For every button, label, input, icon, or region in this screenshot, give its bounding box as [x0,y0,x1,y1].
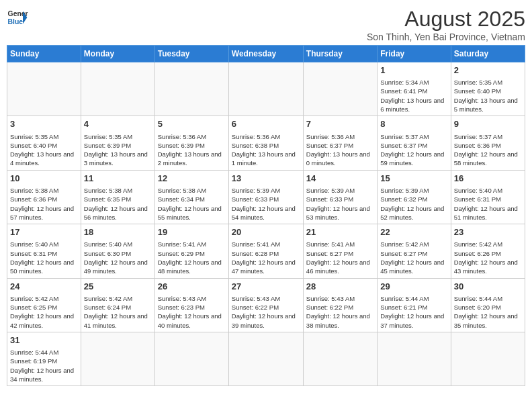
table-row: 3Sunrise: 5:35 AM Sunset: 6:40 PM Daylig… [7,116,81,170]
day-number: 4 [84,118,152,130]
day-header-tuesday: Tuesday [154,46,228,62]
day-info: Sunrise: 5:40 AM Sunset: 6:31 PM Dayligh… [10,240,78,275]
day-info: Sunrise: 5:39 AM Sunset: 6:33 PM Dayligh… [306,186,374,222]
table-row: 6Sunrise: 5:36 AM Sunset: 6:38 PM Daylig… [228,116,303,170]
day-number: 5 [158,118,226,130]
table-row [228,332,303,385]
day-info: Sunrise: 5:40 AM Sunset: 6:30 PM Dayligh… [84,240,152,275]
day-info: Sunrise: 5:37 AM Sunset: 6:36 PM Dayligh… [454,132,522,168]
table-row [228,62,303,116]
day-number: 12 [158,173,226,185]
header: General Blue August 2025 Son Thinh, Yen … [7,7,525,42]
day-info: Sunrise: 5:42 AM Sunset: 6:25 PM Dayligh… [10,294,78,330]
day-info: Sunrise: 5:35 AM Sunset: 6:40 PM Dayligh… [10,132,78,168]
day-number: 1 [380,64,447,77]
title-area: August 2025 Son Thinh, Yen Bai Province,… [367,7,525,42]
table-row: 20Sunrise: 5:41 AM Sunset: 6:28 PM Dayli… [228,224,303,278]
day-info: Sunrise: 5:35 AM Sunset: 6:39 PM Dayligh… [84,132,152,168]
table-row: 10Sunrise: 5:38 AM Sunset: 6:36 PM Dayli… [7,170,81,224]
day-number: 23 [454,226,522,238]
day-info: Sunrise: 5:34 AM Sunset: 6:41 PM Dayligh… [380,78,447,113]
day-number: 31 [10,334,78,347]
day-number: 3 [10,118,78,130]
day-info: Sunrise: 5:38 AM Sunset: 6:34 PM Dayligh… [158,186,226,222]
day-info: Sunrise: 5:38 AM Sunset: 6:36 PM Dayligh… [10,186,78,222]
svg-text:Blue: Blue [8,18,24,26]
table-row: 14Sunrise: 5:39 AM Sunset: 6:33 PM Dayli… [303,170,377,224]
day-number: 30 [454,281,522,293]
table-row [303,332,377,385]
day-number: 11 [84,173,152,185]
logo: General Blue [7,7,28,28]
table-row: 9Sunrise: 5:37 AM Sunset: 6:36 PM Daylig… [451,116,525,170]
calendar-title: August 2025 [367,7,525,32]
day-info: Sunrise: 5:36 AM Sunset: 6:37 PM Dayligh… [306,132,374,168]
day-number: 15 [380,173,447,185]
day-info: Sunrise: 5:43 AM Sunset: 6:23 PM Dayligh… [158,294,226,330]
day-header-thursday: Thursday [303,46,377,62]
table-row: 31Sunrise: 5:44 AM Sunset: 6:19 PM Dayli… [7,332,81,385]
calendar-table: SundayMondayTuesdayWednesdayThursdayFrid… [7,45,525,386]
table-row [154,62,228,116]
table-row: 25Sunrise: 5:42 AM Sunset: 6:24 PM Dayli… [81,278,154,332]
day-info: Sunrise: 5:36 AM Sunset: 6:39 PM Dayligh… [158,132,226,168]
day-info: Sunrise: 5:36 AM Sunset: 6:38 PM Dayligh… [232,132,300,168]
day-info: Sunrise: 5:39 AM Sunset: 6:33 PM Dayligh… [232,186,300,222]
table-row: 21Sunrise: 5:41 AM Sunset: 6:27 PM Dayli… [303,224,377,278]
day-info: Sunrise: 5:41 AM Sunset: 6:29 PM Dayligh… [158,240,226,275]
table-row: 17Sunrise: 5:40 AM Sunset: 6:31 PM Dayli… [7,224,81,278]
day-info: Sunrise: 5:35 AM Sunset: 6:40 PM Dayligh… [454,78,522,113]
table-row: 11Sunrise: 5:38 AM Sunset: 6:35 PM Dayli… [81,170,154,224]
day-number: 8 [380,118,447,130]
day-number: 24 [10,281,78,293]
day-header-saturday: Saturday [451,46,525,62]
table-row [7,62,81,116]
day-info: Sunrise: 5:38 AM Sunset: 6:35 PM Dayligh… [84,186,152,222]
calendar-subtitle: Son Thinh, Yen Bai Province, Vietnam [367,32,525,42]
day-number: 14 [306,173,374,185]
day-info: Sunrise: 5:39 AM Sunset: 6:32 PM Dayligh… [380,186,447,222]
table-row: 18Sunrise: 5:40 AM Sunset: 6:30 PM Dayli… [81,224,154,278]
day-number: 9 [454,118,522,130]
day-number: 26 [158,281,226,293]
day-number: 13 [232,173,300,185]
table-row: 26Sunrise: 5:43 AM Sunset: 6:23 PM Dayli… [154,278,228,332]
table-row: 16Sunrise: 5:40 AM Sunset: 6:31 PM Dayli… [451,170,525,224]
day-info: Sunrise: 5:44 AM Sunset: 6:21 PM Dayligh… [380,294,447,330]
day-number: 19 [158,226,226,238]
day-number: 29 [380,281,447,293]
table-row: 28Sunrise: 5:43 AM Sunset: 6:22 PM Dayli… [303,278,377,332]
day-info: Sunrise: 5:40 AM Sunset: 6:31 PM Dayligh… [454,186,522,222]
table-row [378,332,451,385]
day-number: 21 [306,226,374,238]
day-header-friday: Friday [378,46,451,62]
table-row: 13Sunrise: 5:39 AM Sunset: 6:33 PM Dayli… [228,170,303,224]
table-row: 12Sunrise: 5:38 AM Sunset: 6:34 PM Dayli… [154,170,228,224]
day-header-monday: Monday [81,46,154,62]
day-number: 25 [84,281,152,293]
table-row: 15Sunrise: 5:39 AM Sunset: 6:32 PM Dayli… [378,170,451,224]
day-info: Sunrise: 5:37 AM Sunset: 6:37 PM Dayligh… [380,132,447,168]
day-number: 20 [232,226,300,238]
day-info: Sunrise: 5:44 AM Sunset: 6:20 PM Dayligh… [454,294,522,330]
day-header-wednesday: Wednesday [228,46,303,62]
table-row: 22Sunrise: 5:42 AM Sunset: 6:27 PM Dayli… [378,224,451,278]
table-row: 2Sunrise: 5:35 AM Sunset: 6:40 PM Daylig… [451,62,525,116]
day-number: 27 [232,281,300,293]
day-number: 18 [84,226,152,238]
table-row: 19Sunrise: 5:41 AM Sunset: 6:29 PM Dayli… [154,224,228,278]
day-number: 16 [454,173,522,185]
table-row: 23Sunrise: 5:42 AM Sunset: 6:26 PM Dayli… [451,224,525,278]
table-row: 7Sunrise: 5:36 AM Sunset: 6:37 PM Daylig… [303,116,377,170]
table-row: 27Sunrise: 5:43 AM Sunset: 6:22 PM Dayli… [228,278,303,332]
table-row: 24Sunrise: 5:42 AM Sunset: 6:25 PM Dayli… [7,278,81,332]
table-row [81,332,154,385]
day-header-sunday: Sunday [7,46,81,62]
day-info: Sunrise: 5:41 AM Sunset: 6:28 PM Dayligh… [232,240,300,275]
table-row: 5Sunrise: 5:36 AM Sunset: 6:39 PM Daylig… [154,116,228,170]
day-number: 2 [454,64,522,77]
table-row: 4Sunrise: 5:35 AM Sunset: 6:39 PM Daylig… [81,116,154,170]
table-row: 1Sunrise: 5:34 AM Sunset: 6:41 PM Daylig… [378,62,451,116]
table-row [154,332,228,385]
day-info: Sunrise: 5:42 AM Sunset: 6:26 PM Dayligh… [454,240,522,275]
